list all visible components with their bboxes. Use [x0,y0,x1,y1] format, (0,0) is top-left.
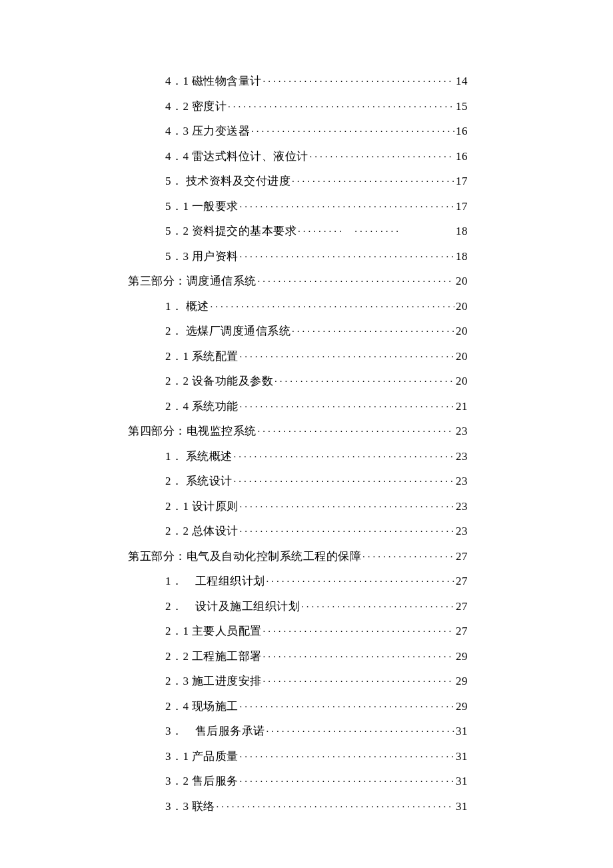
toc-leader-dots [217,799,455,810]
toc-leader-dots [234,449,455,460]
toc-leader-dots [240,349,455,360]
toc-entry: 5．1一般要求17 [128,199,468,224]
toc-entry-page: 23 [456,475,468,488]
toc-entry-title: 系统配置 [192,349,239,364]
toc-entry: 3．2售后服务31 [128,773,468,799]
toc-entry-number: 5．2 [165,223,192,239]
toc-entry-page: 21 [456,400,468,413]
toc-entry-page: 17 [456,175,468,188]
toc-entry: 5．2资料提交的基本要求18 [128,223,468,249]
toc-entry-title: 密度计 [192,99,227,114]
toc-entry-page: 29 [456,675,468,688]
toc-entry-title: 主要人员配置 [192,623,262,639]
toc-leader-dots [258,423,455,435]
toc-entry-number: 5． [165,173,186,189]
toc-leader-dots [292,173,454,185]
toc-entry: 4．3压力变送器16 [128,123,468,149]
toc-entry-number: 2． [165,473,186,489]
toc-entry: 1．工程组织计划27 [128,573,468,599]
toc-entry: 3．1产品质量31 [128,749,468,774]
toc-entry-page: 23 [456,425,468,438]
toc-entry-page: 15 [456,100,468,113]
toc-leader-dots [240,749,455,760]
toc-entry-page: 20 [456,375,468,388]
toc-entry-title: 售后服务 [192,773,239,789]
toc-entry-title: 系统概述 [186,449,233,464]
toc-entry-number: 2．2 [165,523,192,539]
toc-entry-title: 联络 [192,799,215,814]
toc-entry-number: 4．4 [165,149,192,164]
toc-leader-dots [211,299,455,310]
toc-leader-dots [240,249,455,260]
toc-entry: 2．1主要人员配置27 [128,623,468,649]
toc-leader-dots [292,323,454,335]
toc-leader-dots [240,499,455,510]
toc-leader-dots [263,73,455,85]
toc-entry-number: 3．1 [165,749,192,764]
toc-entry-number: 5．1 [165,199,192,214]
toc-entry-title: 雷达式料位计、液位计 [192,149,308,164]
toc-entry-title: 设计及施工组织计划 [195,599,301,614]
toc-entry-title: 总体设计 [192,523,239,539]
toc-leader-dots [240,699,455,710]
toc-entry: 第三部分：调度通信系统20 [128,273,468,299]
toc-entry-page: 29 [456,700,468,713]
toc-entry-title: 第五部分：电气及自动化控制系统工程的保障 [128,549,361,564]
toc-entry: 1．系统概述23 [128,449,468,474]
toc-entry-number: 3．2 [165,773,192,789]
toc-entry-number: 2．1 [165,349,192,364]
toc-entry-page: 31 [456,725,468,738]
toc-entry-number: 1． [165,573,195,589]
toc-entry-title: 现场施工 [192,699,239,714]
toc-entry-number: 2． [165,323,186,339]
toc-entry-number: 2．1 [165,623,192,639]
toc-leader-dots [263,649,455,660]
toc-entry-page: 23 [456,500,468,513]
toc-entry-title: 用户资料 [192,249,239,264]
toc-entry-title: 压力变送器 [192,123,251,139]
toc-entry: 2．1设计原则23 [128,499,468,524]
toc-entry-page: 16 [456,125,468,138]
toc-leader-dots [298,223,454,235]
toc-entry-number: 2．2 [165,649,192,664]
toc-leader-dots [267,573,455,585]
toc-entry-page: 20 [456,350,468,363]
toc-entry-page: 18 [456,250,468,263]
toc-entry: 5．3用户资料18 [128,249,468,274]
toc-entry-title: 一般要求 [192,199,239,214]
toc-entry-title: 第三部分：调度通信系统 [128,273,257,289]
toc-leader-dots [228,99,454,110]
toc-entry: 4．2密度计15 [128,99,468,124]
toc-entry-page: 27 [456,600,468,613]
toc-entry-title: 概述 [186,299,209,314]
toc-entry: 4．4雷达式料位计、液位计16 [128,149,468,174]
toc-entry: 3．3联络31 [128,799,468,824]
toc-entry-number: 3．3 [165,799,192,814]
toc-entry-number: 3． [165,723,195,739]
toc-leader-dots [240,523,455,535]
toc-leader-dots [301,599,454,610]
toc-entry-number: 1． [165,299,186,314]
toc-entry-number: 2．3 [165,673,192,689]
toc-entry-title: 系统功能 [192,399,239,414]
toc-entry-number: 5．3 [165,249,192,264]
toc-entry-title: 磁性物含量计 [192,73,262,89]
toc-entry-page: 23 [456,525,468,538]
toc-entry-title: 工程组织计划 [195,573,265,589]
toc-entry: 2．选煤厂调度通信系统20 [128,323,468,349]
toc-leader-dots [267,723,455,735]
toc-entry-page: 23 [456,450,468,463]
toc-leader-dots [362,549,454,560]
toc-entry: 2．系统设计23 [128,473,468,499]
table-of-contents: 4．1磁性物含量计144．2密度计154．3压力变送器164．4雷达式料位计、液… [128,73,468,823]
toc-leader-dots [240,199,455,210]
toc-leader-dots [263,673,455,685]
toc-entry: 2．2总体设计23 [128,523,468,549]
toc-entry-title: 售后服务承诺 [195,723,265,739]
toc-entry: 2．3施工进度安排29 [128,673,468,699]
toc-entry-page: 20 [456,300,468,313]
toc-entry: 第五部分：电气及自动化控制系统工程的保障27 [128,549,468,574]
toc-entry: 2．2工程施工部署29 [128,649,468,674]
toc-entry-page: 16 [456,150,468,163]
toc-entry-title: 产品质量 [192,749,239,764]
